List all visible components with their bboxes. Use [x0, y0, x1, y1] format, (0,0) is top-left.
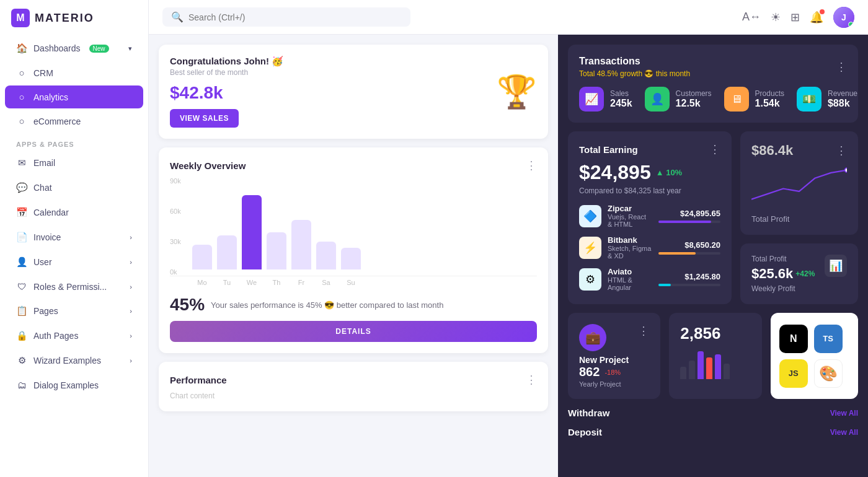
zipcar-logo: 🔷: [579, 205, 601, 227]
search-icon: 🔍: [171, 11, 184, 23]
aviato-name: Aviato: [608, 267, 652, 276]
mini-bar-2: [689, 361, 695, 379]
revenue-icon: 💵: [797, 87, 822, 112]
sidebar-item-calendar[interactable]: 📅 Calendar: [5, 201, 143, 224]
mini-bar-4: [706, 357, 712, 379]
products-icon: 🖥: [724, 87, 749, 112]
bar-fr: [291, 220, 311, 269]
sidebar-item-roles[interactable]: 🛡 Roles & Permissi... ›: [5, 275, 143, 298]
translate-icon[interactable]: A↔: [742, 11, 761, 24]
chart-icon: 📊: [825, 255, 847, 277]
grid-icon[interactable]: ⊞: [790, 11, 800, 24]
pages-icon: 📋: [16, 305, 27, 317]
invoice-chevron: ›: [130, 234, 132, 241]
profit-chart-menu-icon[interactable]: ⋮: [836, 144, 847, 157]
chart-area: 90k 60k 30k 0k: [170, 177, 537, 276]
theme-icon[interactable]: ☀: [771, 11, 781, 24]
products-label: Products: [755, 89, 784, 98]
sidebar-item-dashboards[interactable]: 🏠 Dashboards New ▾: [5, 37, 143, 60]
wizard-icon: ⚙: [16, 355, 27, 366]
bitbank-sub: Sketch, Figma & XD: [608, 245, 652, 260]
sidebar-label-user: User: [33, 257, 52, 267]
total-profit-chart-card: $86.4k ⋮ Total Profit: [740, 131, 858, 235]
num-large-card: 2,856: [669, 313, 761, 399]
javascript-logo: JS: [779, 359, 808, 388]
day-fr: Fr: [291, 279, 311, 286]
withdraw-row: Withdraw View All: [568, 408, 858, 418]
roles-chevron: ›: [130, 283, 132, 291]
sidebar-label-dashboards: Dashboards: [33, 43, 81, 53]
total-earning-card: Total Earning ⋮ $24,895 ▲ 10% Compared t…: [568, 131, 732, 304]
transactions-subtitle: Total 48.5% growth: [579, 69, 642, 78]
np-menu-icon[interactable]: ⋮: [638, 324, 649, 338]
sidebar-item-dialog[interactable]: 🗂 Dialog Examples: [5, 374, 143, 396]
sidebar-item-ecommerce[interactable]: ○ eCommerce: [5, 110, 143, 133]
typescript-logo: TS: [814, 325, 843, 353]
profit-amount: $25.6k: [751, 266, 793, 282]
bitbank-amount: $8,650.20: [658, 240, 720, 250]
user-icon: 👤: [16, 256, 27, 268]
sidebar: M MATERIO 🏠 Dashboards New ▾ ○ CRM ○ Ana…: [0, 0, 149, 477]
bar-tu: [217, 235, 237, 269]
view-all-deposit[interactable]: View All: [830, 428, 858, 437]
transactions-card: Transactions Total 48.5% growth 😎 this m…: [568, 45, 858, 123]
sidebar-label-pages: Pages: [33, 306, 58, 316]
earning-menu-icon[interactable]: ⋮: [709, 142, 720, 156]
tech-logos-card: N TS JS 🎨: [771, 313, 858, 399]
chevron-icon: ▾: [128, 45, 132, 53]
sidebar-item-analytics[interactable]: ○ Analytics: [5, 85, 143, 108]
sidebar-item-chat[interactable]: 💬 Chat: [5, 176, 143, 199]
y-label-30k: 30k: [170, 238, 181, 245]
earning-title: Total Earning: [579, 144, 638, 155]
earning-compare: Compared to $84,325 last year: [579, 186, 720, 195]
day-mo: Mo: [192, 279, 212, 286]
header-right: A↔ ☀ ⊞ 🔔 J: [742, 7, 854, 28]
view-sales-button[interactable]: VIEW SALES: [170, 109, 239, 128]
search-input[interactable]: [188, 12, 402, 22]
right-bottom-row: 💼 ⋮ New Project 862 -18% Yearly Project …: [568, 313, 858, 399]
earning-item-bitbank: ⚡ Bitbank Sketch, Figma & XD $8,650.20: [579, 235, 720, 260]
sidebar-label-roles: Roles & Permissi...: [33, 282, 107, 292]
profit-column: $86.4k ⋮ Total Profit: [740, 131, 858, 304]
chat-icon: 💬: [16, 182, 27, 193]
logo-text: MATERIO: [35, 12, 94, 25]
congrats-amount: $42.8k: [170, 83, 283, 103]
sidebar-item-invoice[interactable]: 📄 Invoice ›: [5, 225, 143, 249]
invoice-icon: 📄: [16, 232, 27, 243]
weekly-menu-icon[interactable]: ⋮: [526, 159, 537, 172]
nextjs-logo: N: [779, 325, 808, 353]
transactions-menu-icon[interactable]: ⋮: [836, 60, 847, 74]
sidebar-label-email: Email: [33, 158, 55, 168]
profit-chart-label: Total Profit: [751, 214, 847, 224]
sidebar-item-crm[interactable]: ○ CRM: [5, 61, 143, 84]
sidebar-item-pages[interactable]: 📋 Pages ›: [5, 299, 143, 323]
congrats-subtitle: Best seller of the month: [170, 68, 283, 77]
sidebar-item-user[interactable]: 👤 User ›: [5, 250, 143, 274]
bar-mo: [192, 245, 212, 269]
bar-th: [267, 232, 286, 269]
avatar[interactable]: J: [833, 7, 854, 28]
mini-bar-1: [680, 367, 686, 379]
middle-row: Total Earning ⋮ $24,895 ▲ 10% Compared t…: [568, 131, 858, 304]
sales-label: Sales: [610, 89, 632, 98]
bar-sa: [316, 242, 336, 269]
sidebar-item-email[interactable]: ✉ Email: [5, 151, 143, 175]
sidebar-item-wizard[interactable]: ⚙ Wizard Examples ›: [5, 349, 143, 372]
zipcar-amount: $24,895.65: [658, 209, 720, 218]
customers-icon: 👤: [645, 87, 670, 112]
performance-menu-icon[interactable]: ⋮: [526, 373, 537, 387]
notification-icon[interactable]: 🔔: [810, 11, 823, 24]
sidebar-item-auth[interactable]: 🔒 Auth Pages ›: [5, 324, 143, 348]
profit-sublabel: Weekly Profit: [751, 284, 815, 293]
congrats-card: Congratulations John! 🥳 Best seller of t…: [159, 45, 548, 139]
view-all-withdraw[interactable]: View All: [830, 409, 858, 418]
search-box[interactable]: 🔍: [162, 7, 410, 27]
weekly-percent: 45%: [170, 295, 205, 315]
customers-label: Customers: [676, 89, 712, 98]
np-growth: -18%: [604, 369, 621, 376]
total-profit-text-card: Total Profit $25.6k +42% Weekly Profit 📊: [740, 243, 858, 304]
sales-value: 245k: [610, 98, 632, 109]
details-button[interactable]: DETAILS: [170, 321, 537, 342]
day-sa: Sa: [316, 279, 336, 286]
mini-bar-6: [724, 364, 730, 379]
